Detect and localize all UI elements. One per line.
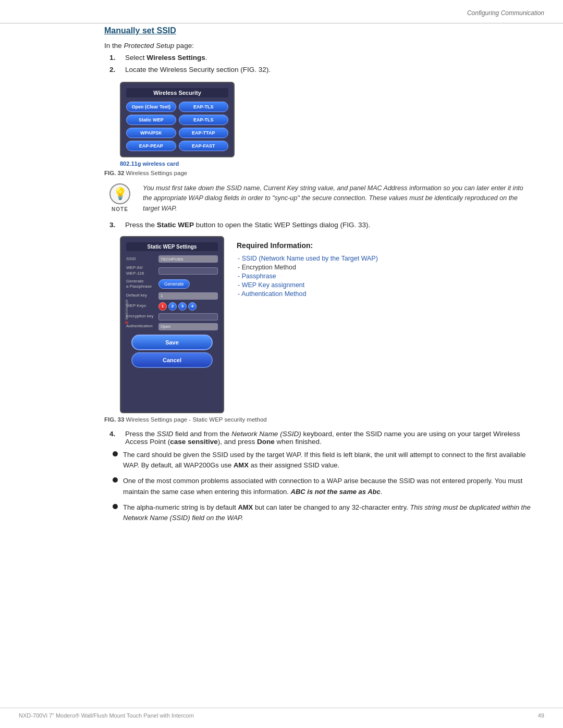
req-item-5: - Authentication Method xyxy=(237,290,532,298)
note-icon: 💡 xyxy=(109,183,130,204)
req-item-1: - SSID (Network Name used by the Target … xyxy=(237,255,532,262)
step-4-number: 4. xyxy=(109,430,125,438)
footer-page: 49 xyxy=(538,712,544,719)
ws-dialog-title: Wireless Security xyxy=(126,88,228,97)
wep-key-1[interactable]: 1 xyxy=(158,302,167,311)
note-label: NOTE xyxy=(112,206,128,212)
step-1-text: Select Wireless Settings. xyxy=(125,54,532,61)
ws-btn-eapttap[interactable]: EAP-TTAP xyxy=(179,128,229,138)
bullet-text-2: One of the most common problems associat… xyxy=(123,476,532,497)
ws-btn-staticwep[interactable]: Static WEP xyxy=(126,115,176,125)
wep-generate-row: Generatea Passphrase Generate xyxy=(126,279,218,290)
top-divider xyxy=(0,23,563,23)
section-title: Manually set SSID xyxy=(104,26,532,35)
wep-key-2[interactable]: 2 xyxy=(168,302,177,311)
wep-dialog: Static WEP Settings SSID TECHPUBS WEP-64… xyxy=(120,236,224,413)
wireless-security-container: Wireless Security Open (Clear Text) EAP-… xyxy=(120,82,532,167)
wep-cancel-btn[interactable]: Cancel xyxy=(131,352,213,368)
wep-type-label: WEP-64/WEP-128 xyxy=(126,265,156,276)
wep-defaultkey-row: Default key 1 xyxy=(126,292,218,300)
wep-dialog-title: Static WEP Settings xyxy=(126,242,218,251)
note-box: 💡 NOTE You must first take down the SSID… xyxy=(104,183,532,214)
footer-product: NXD-700Vi 7" Modero® Wall/Flush Mount To… xyxy=(19,712,194,719)
required-title: Required Information: xyxy=(237,241,532,250)
wep-save-btn[interactable]: Save xyxy=(131,335,213,350)
wep-ssid-input[interactable]: TECHPUBS xyxy=(158,255,218,263)
wep-key-row: WEP Keys 1 2 3 4 xyxy=(126,302,218,311)
wep-ssid-label: SSID xyxy=(126,256,156,262)
step-2: 2. Locate the Wireless Security section … xyxy=(109,66,532,73)
req-item-3: - Passphrase xyxy=(237,273,532,280)
bullet-text-1: The card should be given the SSID used b… xyxy=(123,450,532,471)
wep-key-3[interactable]: 3 xyxy=(178,302,187,311)
step3-row: Static WEP Settings SSID TECHPUBS WEP-64… xyxy=(120,236,532,413)
devicescape-label: e devicescape xyxy=(124,300,129,324)
fig33-caption: FIG. 33 Wireless Settings page - Static … xyxy=(104,416,532,423)
wep-enckey-label: Encryption key xyxy=(126,314,156,319)
note-text: You must first take down the SSID name, … xyxy=(143,183,532,214)
intro-text: In the Protected Setup page: xyxy=(104,42,532,50)
required-list: - SSID (Network Name used by the Target … xyxy=(237,255,532,298)
ws-btn-wpapsk[interactable]: WPA/PSK xyxy=(126,128,176,138)
wep-type-input[interactable] xyxy=(158,267,218,275)
step-4-text: Press the SSID field and from the Networ… xyxy=(125,430,532,446)
bullet-list: The card should be given the SSID used b… xyxy=(113,450,532,523)
step-3-number: 3. xyxy=(109,221,125,229)
req-item-4: - WEP Key assignment xyxy=(237,281,532,289)
note-icon-container: 💡 NOTE xyxy=(104,183,136,212)
wep-key-4[interactable]: 4 xyxy=(188,302,197,311)
wep-defaultkey-label: Default key xyxy=(126,293,156,298)
ws-btn-eaptls1[interactable]: EAP-TLS xyxy=(179,102,229,112)
ws-btn-eappeap[interactable]: EAP-PEAP xyxy=(126,141,176,151)
bullet-2: One of the most common problems associat… xyxy=(113,476,532,497)
step-3: 3. Press the Static WEP button to open t… xyxy=(109,221,532,229)
bullet-1: The card should be given the SSID used b… xyxy=(113,450,532,471)
step-4: 4. Press the SSID field and from the Net… xyxy=(109,430,532,446)
step4-list: 4. Press the SSID field and from the Net… xyxy=(109,430,532,446)
wep-auth-input[interactable]: Open xyxy=(158,323,218,330)
step-1-number: 1. xyxy=(109,54,125,61)
bullet-3: The alpha-numeric string is by default A… xyxy=(113,502,532,523)
ws-btn-eaptls2[interactable]: EAP-TLS xyxy=(179,115,229,125)
req-item-2: - Encryption Method xyxy=(237,264,532,271)
required-info: Required Information: - SSID (Network Na… xyxy=(237,236,532,299)
ws-subtitle: 802.11g wireless card xyxy=(120,161,179,167)
wep-defaultkey-input[interactable]: 1 xyxy=(158,292,218,300)
wep-generate-btn[interactable]: Generate xyxy=(158,279,190,289)
step-2-text: Locate the Wireless Security section (FI… xyxy=(125,66,532,73)
step-2-number: 2. xyxy=(109,66,125,73)
wireless-security-dialog: Wireless Security Open (Clear Text) EAP-… xyxy=(120,82,235,157)
page-header: Configuring Communication xyxy=(467,9,544,17)
wep-number-btns: 1 2 3 4 xyxy=(158,302,197,311)
bullet-dot-2 xyxy=(113,477,118,483)
wep-ssid-row: SSID TECHPUBS xyxy=(126,255,218,263)
wep-auth-label: Authentication xyxy=(126,324,156,329)
wep-enckey-row: Encryption key xyxy=(126,313,218,320)
bullet-dot-1 xyxy=(113,451,118,456)
wep-enckey-input[interactable] xyxy=(158,313,218,320)
ws-btn-open[interactable]: Open (Clear Text) xyxy=(126,102,176,112)
step-1: 1. Select Wireless Settings. xyxy=(109,54,532,61)
steps-list: 1. Select Wireless Settings. 2. Locate t… xyxy=(109,54,532,73)
wep-auth-row: Authentication Open xyxy=(126,323,218,330)
ws-buttons-grid: Open (Clear Text) EAP-TLS Static WEP EAP… xyxy=(126,102,228,151)
step3-list: 3. Press the Static WEP button to open t… xyxy=(109,221,532,229)
page-footer: NXD-700Vi 7" Modero® Wall/Flush Mount To… xyxy=(0,708,563,719)
wep-generate-label: Generatea Passphrase xyxy=(126,279,156,290)
bullet-text-3: The alpha-numeric string is by default A… xyxy=(123,502,532,523)
fig32-caption: FIG. 32 Wireless Settings page xyxy=(104,170,532,176)
ws-btn-eapfast[interactable]: EAP-FAST xyxy=(179,141,229,151)
step-3-text: Press the Static WEP button to open the … xyxy=(125,221,532,229)
wep-type-row: WEP-64/WEP-128 xyxy=(126,265,218,276)
wep-key-label: WEP Keys xyxy=(126,303,156,309)
main-content: Manually set SSID In the Protected Setup… xyxy=(104,26,532,528)
bullet-dot-3 xyxy=(113,504,118,509)
